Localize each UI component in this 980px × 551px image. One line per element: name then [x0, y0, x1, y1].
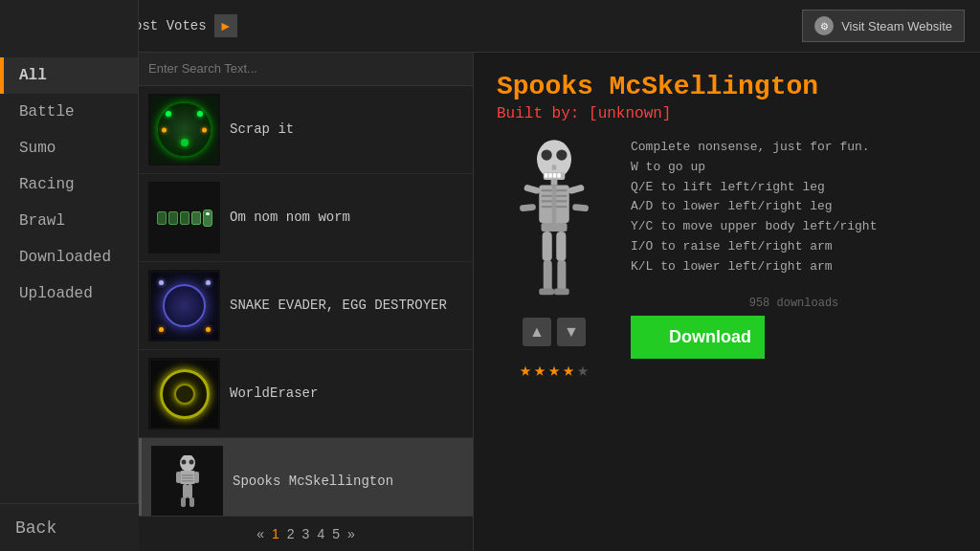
robot-list-panel: Scrap it Om nom nom wo	[139, 53, 474, 551]
svg-rect-3	[194, 472, 199, 483]
svg-rect-35	[556, 231, 566, 262]
topbar: Order By: ◄ Most Votes ► ⚙ Visit Steam W…	[0, 0, 980, 53]
download-count: 958 downloads	[631, 297, 957, 310]
pagination-next[interactable]: »	[347, 526, 355, 541]
svg-rect-11	[182, 477, 193, 479]
search-bar[interactable]	[139, 53, 473, 86]
robot-thumbnail	[148, 270, 220, 342]
svg-rect-21	[557, 173, 560, 178]
svg-rect-16	[552, 165, 557, 170]
svg-rect-29	[523, 184, 541, 194]
sidebar-item-brawl[interactable]: Brawl	[0, 203, 138, 239]
pagination-page-2[interactable]: 2	[287, 526, 295, 541]
download-button[interactable]: Download	[631, 316, 765, 359]
svg-rect-5	[188, 484, 192, 498]
pagination-prev[interactable]: «	[256, 526, 264, 541]
sidebar-item-uploaded[interactable]: Uploaded	[0, 276, 138, 312]
svg-rect-36	[544, 260, 552, 291]
vote-down-button[interactable]: ▼	[557, 318, 586, 346]
sidebar-item-battle[interactable]: Battle	[0, 94, 138, 130]
star-5: ★	[577, 358, 589, 382]
robot-name: Om nom nom worm	[230, 209, 350, 226]
svg-rect-10	[182, 474, 193, 476]
sidebar-item-sumo[interactable]: Sumo	[0, 130, 138, 166]
detail-robot-name: Spooks McSkellington	[497, 72, 957, 101]
star-4: ★	[563, 358, 574, 382]
detail-panel: Spooks McSkellington Built by: [unknown]	[474, 53, 980, 551]
star-3: ★	[548, 358, 560, 382]
pagination: « 1 2 3 4 5 »	[139, 516, 473, 551]
search-input[interactable]	[148, 61, 463, 76]
pagination-page-1[interactable]: 1	[272, 526, 279, 541]
star-rating: ★ ★ ★ ★ ★	[520, 358, 589, 382]
svg-rect-7	[189, 497, 194, 507]
svg-rect-22	[551, 179, 558, 186]
detail-description: Complete nonsense, just for fun. W to go…	[631, 138, 957, 277]
svg-rect-6	[181, 497, 186, 507]
list-item[interactable]: Scrap it	[139, 86, 473, 174]
svg-rect-31	[568, 184, 585, 194]
svg-point-14	[542, 149, 552, 160]
svg-rect-4	[183, 484, 188, 498]
detail-built-by: Built by: [unknown]	[497, 105, 957, 122]
sidebar-item-downloaded[interactable]: Downloaded	[0, 239, 138, 276]
detail-body: ▲ ▼ ★ ★ ★ ★ ★ Complete nonsense, just fo…	[497, 138, 957, 532]
robot-name: Spooks McSkellington	[233, 473, 393, 490]
vote-arrows: ▲ ▼	[523, 318, 586, 346]
svg-rect-19	[548, 173, 551, 178]
robot-name: SNAKE EVADER, EGG DESTROYER	[230, 297, 447, 314]
detail-info: Complete nonsense, just for fun. W to go…	[631, 138, 957, 532]
list-item[interactable]: Om nom nom worm	[139, 174, 473, 262]
svg-rect-32	[572, 204, 589, 211]
svg-point-15	[556, 149, 567, 160]
robot-name: Scrap it	[230, 121, 294, 138]
robot-thumbnail	[151, 446, 223, 516]
order-next-button[interactable]: ►	[214, 14, 237, 37]
svg-rect-20	[553, 173, 556, 178]
pagination-page-4[interactable]: 4	[317, 526, 324, 541]
svg-rect-39	[554, 289, 569, 296]
pagination-page-5[interactable]: 5	[332, 526, 340, 541]
back-button[interactable]: Back	[0, 503, 139, 551]
star-1: ★	[520, 358, 531, 382]
svg-rect-34	[543, 231, 552, 262]
list-item[interactable]: Spooks McSkellington	[139, 438, 473, 516]
svg-rect-30	[520, 204, 536, 211]
svg-rect-2	[176, 472, 181, 483]
list-item[interactable]: SNAKE EVADER, EGG DESTROYER	[139, 262, 473, 350]
steam-icon: ⚙	[814, 16, 834, 35]
svg-rect-28	[552, 186, 557, 223]
svg-point-9	[189, 460, 193, 465]
pagination-page-3[interactable]: 3	[302, 526, 310, 541]
star-2: ★	[534, 358, 546, 382]
robot-list: Scrap it Om nom nom wo	[139, 86, 473, 516]
robot-thumbnail	[148, 358, 220, 430]
robot-thumbnail	[148, 182, 220, 253]
sidebar: All Battle Sumo Racing Brawl Downloaded …	[0, 0, 139, 551]
sidebar-item-racing[interactable]: Racing	[0, 166, 138, 203]
sidebar-item-all[interactable]: All	[0, 57, 138, 94]
svg-rect-37	[557, 260, 566, 291]
robot-preview: ▲ ▼ ★ ★ ★ ★ ★	[497, 138, 612, 532]
robot-thumbnail	[148, 94, 220, 165]
visit-steam-button[interactable]: ⚙ Visit Steam Website	[802, 10, 965, 42]
robot-name: WorldEraser	[230, 385, 318, 402]
list-item[interactable]: WorldEraser	[139, 350, 473, 438]
svg-rect-38	[539, 289, 554, 296]
svg-rect-33	[542, 223, 568, 231]
main-content: Scrap it Om nom nom wo	[139, 53, 980, 551]
svg-rect-12	[182, 480, 193, 482]
svg-point-8	[181, 460, 186, 465]
steam-btn-label: Visit Steam Website	[841, 19, 952, 33]
skeleton-figure	[511, 138, 597, 310]
svg-rect-18	[545, 173, 547, 178]
built-by-value: [unknown]	[589, 105, 671, 122]
vote-up-button[interactable]: ▲	[523, 318, 551, 346]
